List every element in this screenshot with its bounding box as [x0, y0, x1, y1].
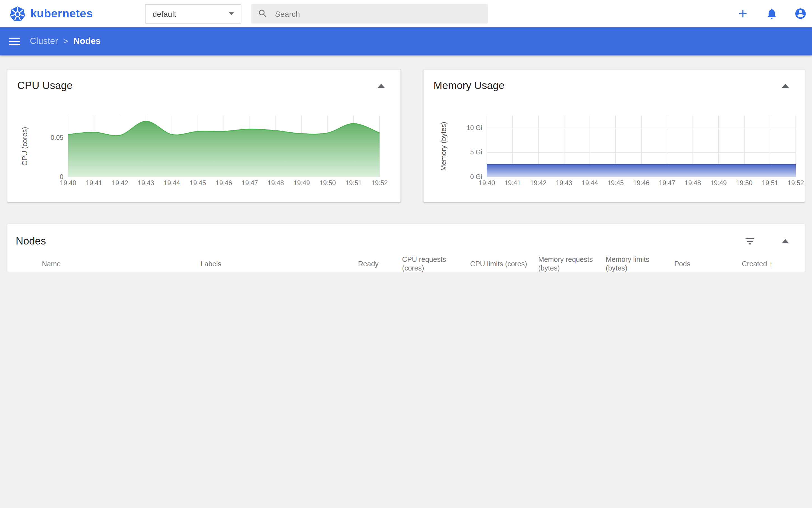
search-input[interactable]: [275, 9, 482, 18]
brand-name: kubernetes: [31, 7, 93, 20]
sort-ascending-icon[interactable]: ↑: [769, 259, 773, 268]
column-header-label: Ready: [358, 260, 379, 268]
notifications-bell-icon[interactable]: [766, 7, 778, 20]
create-add-icon[interactable]: [737, 7, 749, 20]
svg-text:19:42: 19:42: [530, 179, 547, 186]
memory-usage-title: Memory Usage: [433, 79, 505, 91]
brand[interactable]: kubernetes: [9, 6, 93, 22]
column-header[interactable]: Labels: [201, 255, 358, 271]
page: kubernetes default Clust: [0, 0, 812, 271]
svg-text:19:45: 19:45: [190, 179, 206, 186]
svg-text:19:47: 19:47: [659, 179, 676, 186]
svg-text:19:48: 19:48: [267, 179, 284, 186]
svg-text:19:41: 19:41: [505, 179, 521, 186]
column-header[interactable]: Created↑: [742, 255, 787, 271]
account-user-icon[interactable]: [794, 7, 807, 20]
svg-text:19:50: 19:50: [319, 179, 336, 186]
collapse-arrow-icon[interactable]: [782, 239, 789, 243]
column-header[interactable]: Memory limits (bytes): [606, 255, 674, 271]
column-header-label: Pods: [674, 260, 691, 268]
menu-hamburger-icon[interactable]: [9, 38, 20, 45]
breadcrumb: Cluster > Nodes: [30, 36, 101, 46]
namespace-selected-value: default: [153, 9, 176, 18]
column-header-label: CPU requests (cores): [402, 255, 446, 271]
svg-text:19:44: 19:44: [582, 179, 598, 186]
svg-text:19:43: 19:43: [138, 179, 154, 186]
column-header-label: Created: [742, 260, 767, 268]
svg-text:19:51: 19:51: [346, 179, 362, 186]
svg-text:19:48: 19:48: [685, 179, 701, 186]
svg-text:19:40: 19:40: [60, 179, 76, 186]
svg-text:19:47: 19:47: [242, 179, 258, 186]
column-header[interactable]: Ready: [358, 255, 402, 271]
charts-row: CPU Usage 19:4019:4119:4219:4319:4419:45…: [7, 70, 805, 202]
svg-text:19:52: 19:52: [788, 179, 804, 186]
nodes-panel-title: Nodes: [16, 235, 46, 247]
column-header[interactable]: Memory requests (bytes): [538, 255, 605, 271]
page-title: Nodes: [73, 36, 100, 46]
svg-text:5 Gi: 5 Gi: [470, 149, 482, 156]
namespace-selector[interactable]: default: [145, 4, 242, 23]
svg-text:19:49: 19:49: [294, 179, 310, 186]
svg-text:19:40: 19:40: [479, 179, 495, 186]
column-header-label: Memory requests (bytes): [538, 255, 593, 271]
status-column-header: [7, 255, 42, 271]
column-header-label: Name: [42, 260, 61, 268]
column-header-label: Labels: [201, 260, 221, 268]
main-content: CPU Usage 19:4019:4119:4219:4319:4419:45…: [0, 55, 812, 271]
svg-text:19:42: 19:42: [112, 179, 128, 186]
toolbar: Cluster > Nodes: [0, 27, 812, 55]
search-bar: [252, 4, 488, 23]
svg-text:19:46: 19:46: [633, 179, 650, 186]
svg-text:10 Gi: 10 Gi: [466, 124, 482, 131]
svg-text:19:45: 19:45: [607, 179, 624, 186]
svg-text:19:50: 19:50: [736, 179, 753, 186]
nodes-table: NameLabelsReadyCPU requests (cores)CPU l…: [7, 255, 805, 271]
svg-text:Memory (bytes): Memory (bytes): [439, 122, 447, 171]
svg-text:19:43: 19:43: [556, 179, 572, 186]
search-icon: [258, 8, 268, 19]
column-header[interactable]: Name: [42, 255, 201, 271]
breadcrumb-cluster-link[interactable]: Cluster: [30, 36, 58, 46]
collapse-arrow-icon[interactable]: [378, 83, 385, 88]
chevron-down-icon: [229, 12, 234, 15]
column-header[interactable]: Pods: [674, 255, 742, 271]
memory-usage-card: Memory Usage 19:4019:4119:4219:4319:4419…: [424, 70, 805, 202]
top-actions: [737, 7, 807, 20]
svg-text:19:44: 19:44: [164, 179, 180, 186]
svg-text:19:46: 19:46: [216, 179, 232, 186]
cpu-usage-title: CPU Usage: [17, 79, 73, 91]
svg-text:19:41: 19:41: [86, 179, 102, 186]
cpu-usage-card: CPU Usage 19:4019:4119:4219:4319:4419:45…: [7, 70, 400, 202]
svg-text:19:52: 19:52: [371, 179, 388, 186]
nodes-panel: Nodes NameLabelsReadyCPU requests (cores…: [7, 224, 805, 271]
column-header-label: Memory limits (bytes): [606, 255, 649, 271]
column-header[interactable]: CPU requests (cores): [402, 255, 470, 271]
chevron-right-icon: >: [63, 37, 68, 46]
top-app-bar: kubernetes default: [0, 0, 812, 27]
svg-text:0 Gi: 0 Gi: [470, 173, 482, 180]
svg-text:0: 0: [59, 173, 63, 180]
filter-icon[interactable]: [744, 237, 756, 245]
svg-text:19:49: 19:49: [711, 179, 727, 186]
column-header-label: CPU limits (cores): [470, 260, 527, 268]
collapse-arrow-icon[interactable]: [782, 83, 789, 88]
actions-column-header: [787, 255, 805, 271]
column-header[interactable]: CPU limits (cores): [470, 255, 538, 271]
svg-text:CPU (cores): CPU (cores): [21, 127, 29, 166]
kubernetes-logo-icon: [9, 6, 26, 22]
svg-text:19:51: 19:51: [762, 179, 778, 186]
nodes-table-head-row: NameLabelsReadyCPU requests (cores)CPU l…: [7, 255, 805, 271]
svg-text:0.05: 0.05: [51, 134, 63, 141]
